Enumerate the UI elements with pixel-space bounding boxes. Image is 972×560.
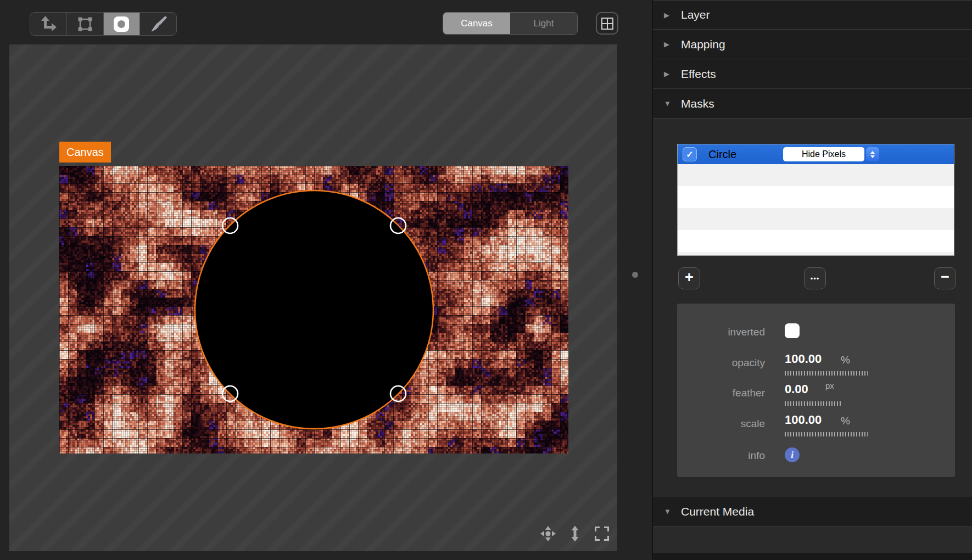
view-tab-canvas[interactable]: Canvas (443, 13, 510, 34)
paint-brush-icon (148, 14, 169, 35)
chevron-up-icon (870, 151, 875, 154)
section-header-masks[interactable]: ▼ Masks (653, 89, 972, 119)
mask-mode-select[interactable]: Hide Pixels (783, 147, 864, 161)
panel-splitter-handle[interactable] (632, 272, 638, 278)
remove-mask-button[interactable]: − (934, 267, 956, 289)
section-title: Masks (681, 97, 714, 110)
view-toggle: Canvas Light (443, 12, 578, 35)
chevron-down-icon (870, 155, 875, 158)
inspector-panel: ▶ Layer ▶ Mapping ▶ Effects ▼ Masks ✓ Ci… (652, 0, 972, 560)
feather-slider[interactable] (785, 401, 842, 406)
checkmark-icon: ✓ (686, 149, 693, 160)
chevron-right-icon: ▶ (664, 70, 674, 78)
chevron-down-icon: ▼ (664, 99, 674, 108)
feather-label: feather (677, 387, 765, 399)
fullscreen-button[interactable] (593, 525, 611, 542)
grid-layout-button[interactable] (596, 12, 618, 35)
paint-tool-button[interactable] (140, 13, 176, 35)
mask-name: Circle (708, 144, 736, 164)
opacity-slider[interactable] (785, 371, 868, 376)
media-preview (59, 166, 568, 453)
pan-view-button[interactable] (539, 525, 557, 542)
canvas-surface-tag[interactable]: Canvas (59, 142, 111, 163)
section-title: Current Media (681, 505, 754, 518)
inverted-label: inverted (677, 326, 765, 338)
info-button[interactable]: i (785, 447, 800, 462)
section-header-layer[interactable]: ▶ Layer (653, 0, 972, 30)
mask-mode-stepper[interactable] (866, 147, 879, 161)
mask-enabled-checkbox[interactable]: ✓ (683, 147, 697, 161)
info-label: info (677, 450, 765, 462)
section-title: Layer (681, 8, 710, 21)
transform-quad-icon (75, 14, 96, 35)
masks-section-content: ✓ Circle Hide Pixels + ••• − inverted op… (653, 119, 972, 497)
inverted-checkbox[interactable] (785, 323, 800, 338)
opacity-unit: % (841, 354, 850, 366)
viewport-controls (539, 525, 611, 542)
mask-list: ✓ Circle Hide Pixels (677, 144, 954, 256)
mask-tool-icon (110, 13, 132, 35)
chevron-down-icon: ▼ (664, 507, 674, 516)
add-mask-button[interactable]: + (678, 267, 700, 289)
section-header-current-media[interactable]: ▼ Current Media (653, 497, 972, 527)
circle-mask-shape[interactable] (195, 191, 433, 429)
mask-overlay (59, 166, 568, 453)
chevron-right-icon: ▶ (664, 40, 674, 48)
section-title: Mapping (681, 38, 725, 51)
fit-height-button[interactable] (566, 525, 584, 542)
fit-height-icon (567, 525, 583, 542)
scale-label: scale (677, 418, 765, 430)
app-window: Canvas Light Canvas (0, 0, 972, 560)
pan-icon (540, 525, 556, 542)
section-header-effects[interactable]: ▶ Effects (653, 59, 972, 89)
mask-row-circle[interactable]: ✓ Circle Hide Pixels (678, 144, 954, 164)
view-tab-light[interactable]: Light (510, 13, 577, 34)
move-tool-button[interactable] (30, 13, 67, 35)
scale-unit: % (841, 415, 850, 427)
more-options-button[interactable]: ••• (804, 267, 826, 289)
scale-slider[interactable] (785, 432, 868, 436)
mask-list-empty-rows (678, 164, 954, 255)
tool-segmented-control (30, 12, 177, 36)
canvas-viewport[interactable]: Canvas (9, 44, 617, 551)
section-title: Effects (681, 68, 716, 81)
grid-icon (601, 17, 614, 30)
current-media-content (653, 527, 972, 553)
transform-tool-button[interactable] (67, 13, 104, 35)
info-icon: i (791, 450, 794, 461)
move-arrow-icon (38, 14, 59, 35)
mask-properties-group: inverted opacity 100.00 % feather 0.00 p… (677, 304, 955, 477)
opacity-value[interactable]: 100.00 (785, 352, 822, 366)
fullscreen-icon (594, 526, 610, 541)
scale-value[interactable]: 100.00 (785, 413, 822, 427)
feather-value[interactable]: 0.00 (785, 382, 808, 396)
panel-bottom-filler (653, 553, 972, 560)
section-header-mapping[interactable]: ▶ Mapping (653, 30, 972, 59)
feather-unit: px (825, 381, 834, 390)
opacity-label: opacity (677, 357, 765, 369)
chevron-right-icon: ▶ (664, 11, 674, 19)
mask-tool-button[interactable] (104, 13, 141, 35)
